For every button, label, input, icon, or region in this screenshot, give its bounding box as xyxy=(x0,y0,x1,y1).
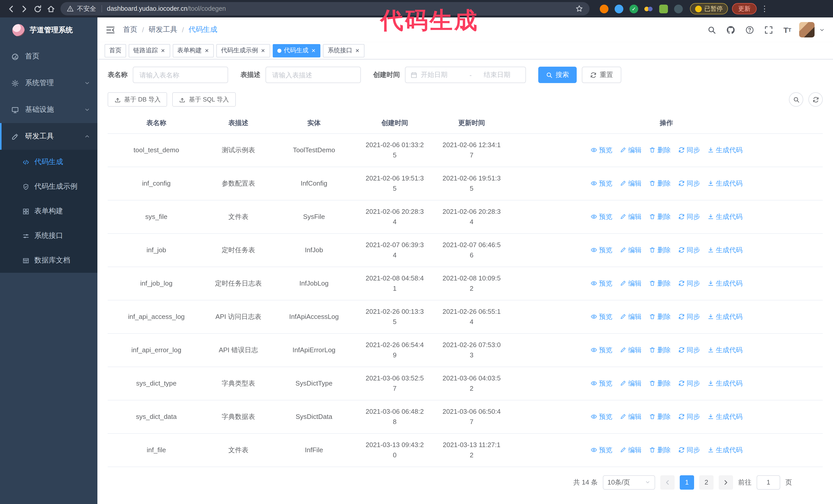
table-desc-input[interactable] xyxy=(265,67,361,83)
toggle-search-button[interactable] xyxy=(789,92,803,106)
sync-link[interactable]: 同步 xyxy=(678,245,700,255)
search-button[interactable]: 搜索 xyxy=(538,67,577,83)
sync-link[interactable]: 同步 xyxy=(678,145,700,155)
search-icon[interactable] xyxy=(704,23,719,37)
preview-link[interactable]: 预览 xyxy=(590,245,612,255)
preview-link[interactable]: 预览 xyxy=(590,212,612,222)
generate-code-link[interactable]: 生成代码 xyxy=(707,311,742,322)
edit-link[interactable]: 编辑 xyxy=(619,145,642,155)
breadcrumb-item[interactable]: 首页 xyxy=(123,25,137,34)
tab-home[interactable]: 首页 xyxy=(104,44,126,57)
delete-link[interactable]: 删除 xyxy=(649,445,671,455)
app-logo[interactable]: 芋道管理系统 xyxy=(0,18,97,43)
edit-link[interactable]: 编辑 xyxy=(619,411,642,422)
page-button-2[interactable]: 2 xyxy=(699,475,714,489)
prev-page-button[interactable] xyxy=(660,475,674,489)
generate-code-link[interactable]: 生成代码 xyxy=(707,378,742,388)
sidebar-item-system-api[interactable]: 系统接口 xyxy=(0,223,97,248)
page-button-1[interactable]: 1 xyxy=(680,475,694,489)
extension-icon[interactable] xyxy=(644,4,653,13)
delete-link[interactable]: 删除 xyxy=(649,311,671,322)
delete-link[interactable]: 删除 xyxy=(649,378,671,388)
delete-link[interactable]: 删除 xyxy=(649,411,671,422)
browser-menu-icon[interactable]: ⋮ xyxy=(761,4,769,13)
generate-code-link[interactable]: 生成代码 xyxy=(707,445,742,455)
chevron-down-icon[interactable] xyxy=(819,27,825,32)
font-size-icon[interactable]: TT xyxy=(780,23,794,37)
delete-link[interactable]: 删除 xyxy=(649,245,671,255)
edit-link[interactable]: 编辑 xyxy=(619,245,642,255)
generate-code-link[interactable]: 生成代码 xyxy=(707,145,742,155)
help-icon[interactable] xyxy=(742,23,757,37)
delete-link[interactable]: 删除 xyxy=(649,278,671,288)
generate-code-link[interactable]: 生成代码 xyxy=(707,278,742,288)
preview-link[interactable]: 预览 xyxy=(590,378,612,388)
tab-system-api[interactable]: 系统接口 × xyxy=(323,44,364,57)
extension-icon[interactable] xyxy=(600,4,609,13)
next-page-button[interactable] xyxy=(719,475,733,489)
sidebar-item-infrastructure[interactable]: 基础设施 xyxy=(0,96,97,123)
tab-trace[interactable]: 链路追踪 × xyxy=(129,44,170,57)
edit-link[interactable]: 编辑 xyxy=(619,278,642,288)
close-tab-icon[interactable]: × xyxy=(311,47,316,54)
sync-link[interactable]: 同步 xyxy=(678,178,700,188)
sidebar-item-codegen-example[interactable]: 代码生成示例 xyxy=(0,174,97,199)
preview-link[interactable]: 预览 xyxy=(590,345,612,355)
tab-form-builder[interactable]: 表单构建 × xyxy=(172,44,214,57)
back-icon[interactable] xyxy=(4,2,18,16)
close-tab-icon[interactable]: × xyxy=(204,47,209,54)
preview-link[interactable]: 预览 xyxy=(590,445,612,455)
sidebar-item-form-builder[interactable]: 表单构建 xyxy=(0,199,97,223)
bookmark-star-icon[interactable] xyxy=(575,5,584,13)
table-name-input[interactable] xyxy=(133,67,228,83)
sidebar-item-codegen[interactable]: 代码生成 xyxy=(0,150,97,174)
generate-code-link[interactable]: 生成代码 xyxy=(707,245,742,255)
delete-link[interactable]: 删除 xyxy=(649,178,671,188)
sync-link[interactable]: 同步 xyxy=(678,212,700,222)
tab-codegen[interactable]: 代码生成 × xyxy=(273,44,320,57)
refresh-table-button[interactable] xyxy=(808,92,823,106)
preview-link[interactable]: 预览 xyxy=(590,145,612,155)
edit-link[interactable]: 编辑 xyxy=(619,345,642,355)
delete-link[interactable]: 删除 xyxy=(649,145,671,155)
collapse-sidebar-icon[interactable] xyxy=(105,25,115,34)
breadcrumb-item[interactable]: 研发工具 xyxy=(149,25,177,34)
close-tab-icon[interactable]: × xyxy=(161,47,165,54)
extension-icon[interactable] xyxy=(674,4,683,13)
tab-codegen-example[interactable]: 代码生成示例 × xyxy=(216,44,270,57)
generate-code-link[interactable]: 生成代码 xyxy=(707,178,742,188)
reset-button[interactable]: 重置 xyxy=(582,67,621,83)
delete-link[interactable]: 删除 xyxy=(649,345,671,355)
edit-link[interactable]: 编辑 xyxy=(619,212,642,222)
preview-link[interactable]: 预览 xyxy=(590,278,612,288)
sync-link[interactable]: 同步 xyxy=(678,311,700,322)
sync-link[interactable]: 同步 xyxy=(678,345,700,355)
goto-page-input[interactable] xyxy=(757,475,780,489)
sidebar-item-system-mgmt[interactable]: 系统管理 xyxy=(0,70,97,96)
generate-code-link[interactable]: 生成代码 xyxy=(707,212,742,222)
sidebar-item-db-doc[interactable]: 数据库文档 xyxy=(0,248,97,273)
preview-link[interactable]: 预览 xyxy=(590,311,612,322)
edit-link[interactable]: 编辑 xyxy=(619,378,642,388)
edit-link[interactable]: 编辑 xyxy=(619,178,642,188)
paused-badge[interactable]: 已暂停 xyxy=(690,3,728,14)
github-icon[interactable] xyxy=(723,23,738,37)
sidebar-item-home[interactable]: 首页 xyxy=(0,43,97,70)
browser-home-icon[interactable] xyxy=(44,2,57,16)
forward-icon[interactable] xyxy=(18,2,31,16)
edit-link[interactable]: 编辑 xyxy=(619,445,642,455)
sidebar-item-dev-tools[interactable]: 研发工具 xyxy=(0,123,97,150)
extension-icon[interactable]: ✓ xyxy=(629,4,638,13)
user-avatar[interactable] xyxy=(799,22,814,38)
extension-icon[interactable] xyxy=(615,4,623,13)
import-db-button[interactable]: 基于 DB 导入 xyxy=(108,92,167,106)
close-tab-icon[interactable]: × xyxy=(355,47,360,54)
generate-code-link[interactable]: 生成代码 xyxy=(707,345,742,355)
sync-link[interactable]: 同步 xyxy=(678,411,700,422)
sync-link[interactable]: 同步 xyxy=(678,378,700,388)
generate-code-link[interactable]: 生成代码 xyxy=(707,411,742,422)
fullscreen-icon[interactable] xyxy=(761,23,776,37)
edit-link[interactable]: 编辑 xyxy=(619,311,642,322)
preview-link[interactable]: 预览 xyxy=(590,178,612,188)
delete-link[interactable]: 删除 xyxy=(649,212,671,222)
